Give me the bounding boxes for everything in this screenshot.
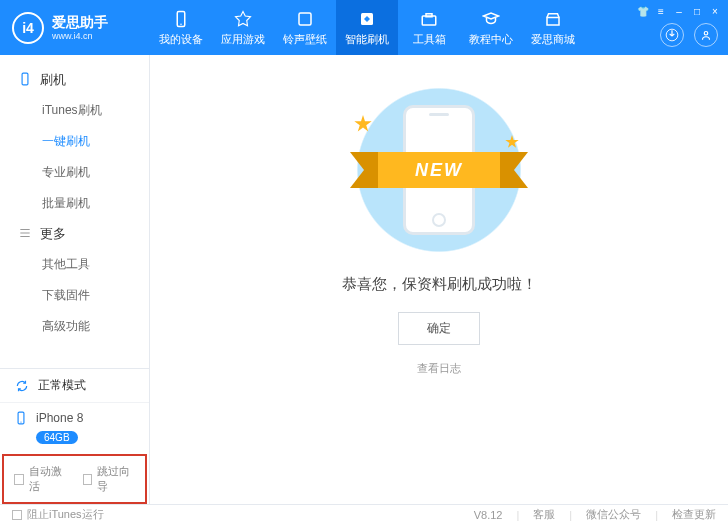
wechat-link[interactable]: 微信公众号 <box>586 507 641 522</box>
brand-url: www.i4.cn <box>52 31 108 42</box>
success-message: 恭喜您，保资料刷机成功啦！ <box>342 275 537 294</box>
svg-point-1 <box>180 23 182 25</box>
nav-toolbox[interactable]: 工具箱 <box>398 0 460 55</box>
sidebar-item-other-tools[interactable]: 其他工具 <box>0 249 149 280</box>
checkbox-icon <box>83 474 93 485</box>
download-button[interactable] <box>660 23 684 47</box>
skin-button[interactable]: 👕 <box>636 4 650 18</box>
status-bar: 阻止iTunes运行 V8.12 | 客服 | 微信公众号 | 检查更新 <box>0 504 728 524</box>
device-phone-icon <box>14 411 28 425</box>
header-right-controls <box>660 23 718 47</box>
sidebar-item-advanced[interactable]: 高级功能 <box>0 311 149 342</box>
sidebar-group-flash: 刷机 <box>0 65 149 95</box>
new-ribbon: NEW <box>364 152 514 188</box>
support-link[interactable]: 客服 <box>533 507 555 522</box>
version-label: V8.12 <box>474 509 503 521</box>
svg-rect-2 <box>299 13 311 25</box>
star-icon <box>505 135 519 149</box>
tutorial-icon <box>481 9 501 29</box>
refresh-icon <box>14 378 30 394</box>
view-log-link[interactable]: 查看日志 <box>417 361 461 376</box>
logo-area: i4 爱思助手 www.i4.cn <box>0 12 150 44</box>
phone-icon <box>18 72 32 89</box>
more-icon <box>18 226 32 243</box>
highlighted-options: 自动激活 跳过向导 <box>2 454 147 504</box>
auto-activate-checkbox[interactable]: 自动激活 <box>14 464 67 494</box>
minimize-button[interactable]: – <box>672 4 686 18</box>
nav-tutorial[interactable]: 教程中心 <box>460 0 522 55</box>
update-link[interactable]: 检查更新 <box>672 507 716 522</box>
block-itunes-checkbox[interactable]: 阻止iTunes运行 <box>12 507 104 522</box>
sidebar-group-more: 更多 <box>0 219 149 249</box>
device-icon <box>171 9 191 29</box>
success-illustration: NEW <box>319 85 559 255</box>
sidebar: 刷机 iTunes刷机 一键刷机 专业刷机 批量刷机 更多 其他工具 下载固件 … <box>0 55 150 504</box>
apps-icon <box>233 9 253 29</box>
storage-badge: 64GB <box>36 431 78 444</box>
mode-row[interactable]: 正常模式 <box>0 369 149 403</box>
logo-icon: i4 <box>12 12 44 44</box>
window-controls: 👕 ≡ – □ × <box>636 4 722 18</box>
user-button[interactable] <box>694 23 718 47</box>
checkbox-icon <box>12 510 22 520</box>
content-area: NEW 恭喜您，保资料刷机成功啦！ 确定 查看日志 <box>150 55 728 504</box>
menu-button[interactable]: ≡ <box>654 4 668 18</box>
sidebar-item-pro-flash[interactable]: 专业刷机 <box>0 157 149 188</box>
nav-ringtones[interactable]: 铃声壁纸 <box>274 0 336 55</box>
maximize-button[interactable]: □ <box>690 4 704 18</box>
sidebar-item-oneclick-flash[interactable]: 一键刷机 <box>0 126 149 157</box>
sidebar-item-batch-flash[interactable]: 批量刷机 <box>0 188 149 219</box>
device-row[interactable]: iPhone 8 64GB <box>0 403 149 452</box>
svg-point-8 <box>704 32 708 36</box>
nav-store[interactable]: 爱思商城 <box>522 0 584 55</box>
close-button[interactable]: × <box>708 4 722 18</box>
toolbox-icon <box>419 9 439 29</box>
device-name-label: iPhone 8 <box>36 411 83 425</box>
svg-rect-9 <box>22 73 28 85</box>
brand-name: 爱思助手 <box>52 14 108 31</box>
app-header: i4 爱思助手 www.i4.cn 我的设备 应用游戏 铃声壁纸 智能刷机 工具… <box>0 0 728 55</box>
confirm-button[interactable]: 确定 <box>398 312 480 345</box>
checkbox-icon <box>14 474 24 485</box>
svg-point-11 <box>20 422 21 423</box>
skip-guide-checkbox[interactable]: 跳过向导 <box>83 464 136 494</box>
nav-flash[interactable]: 智能刷机 <box>336 0 398 55</box>
nav-my-device[interactable]: 我的设备 <box>150 0 212 55</box>
nav-apps[interactable]: 应用游戏 <box>212 0 274 55</box>
mode-label: 正常模式 <box>38 377 86 394</box>
flash-icon <box>357 9 377 29</box>
star-icon <box>354 115 372 133</box>
sidebar-item-itunes-flash[interactable]: iTunes刷机 <box>0 95 149 126</box>
store-icon <box>543 9 563 29</box>
top-nav: 我的设备 应用游戏 铃声壁纸 智能刷机 工具箱 教程中心 爱思商城 <box>150 0 584 55</box>
wallpaper-icon <box>295 9 315 29</box>
sidebar-item-download-fw[interactable]: 下载固件 <box>0 280 149 311</box>
svg-rect-6 <box>547 17 559 25</box>
